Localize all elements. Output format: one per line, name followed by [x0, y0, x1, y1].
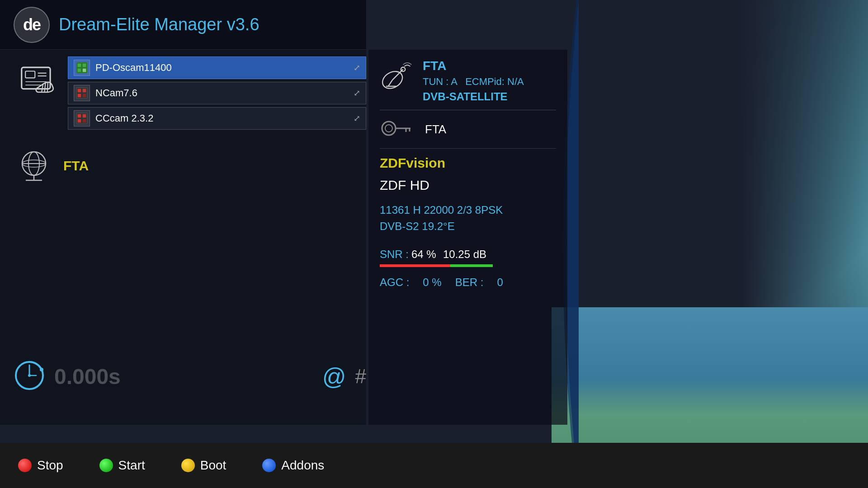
- snr-label: SNR :: [380, 248, 411, 261]
- ber-label: BER :: [455, 276, 484, 289]
- agc-value: 0 %: [423, 276, 441, 289]
- satellite-details: FTA TUN : A ECMPid: N/A DVB-SATELLITE: [423, 59, 556, 103]
- boot-button[interactable]: Boot: [181, 458, 226, 473]
- key-icon: [380, 117, 416, 141]
- start-button[interactable]: Start: [99, 458, 145, 473]
- header: de Dream-Elite Manager v3.6: [0, 0, 366, 50]
- signal-section: SNR : 64 % 10.25 dB: [380, 248, 556, 267]
- svg-rect-22: [83, 114, 86, 117]
- service-name-2: NCam7.6: [95, 87, 354, 99]
- satellite-info: FTA TUN : A ECMPid: N/A DVB-SATELLITE: [380, 59, 556, 110]
- svg-rect-10: [78, 64, 81, 67]
- logo-text: de: [23, 15, 40, 34]
- svg-rect-18: [83, 94, 86, 97]
- svg-rect-11: [78, 69, 81, 72]
- addons-button[interactable]: Addons: [262, 458, 324, 473]
- channel-group: ZDFvision: [380, 155, 556, 171]
- start-dot: [99, 459, 113, 472]
- key-section: FTA: [380, 117, 556, 149]
- agc-label: AGC :: [380, 276, 409, 289]
- service-icon-2: [74, 85, 90, 101]
- expand-icon-1: ⤢: [354, 63, 360, 73]
- globe-icon: [14, 148, 54, 184]
- timer-icon: [14, 360, 45, 393]
- tun-value: A: [451, 76, 457, 87]
- agc-ber-row: AGC : 0 % BER : 0: [380, 276, 556, 289]
- addons-label: Addons: [281, 458, 324, 473]
- timer-value: 0.000s: [54, 364, 121, 389]
- svg-rect-16: [78, 94, 81, 97]
- key-fta-label: FTA: [425, 122, 446, 136]
- svg-rect-15: [78, 89, 81, 92]
- tun-label: TUN :: [423, 76, 451, 87]
- svg-point-34: [40, 368, 43, 371]
- channel-name: ZDF HD: [380, 178, 556, 193]
- svg-rect-20: [78, 114, 81, 117]
- services-section: PD-Oscam11400 ⤢ NCam7.6 ⤢: [14, 56, 366, 130]
- svg-rect-23: [83, 119, 86, 122]
- svg-line-38: [388, 80, 392, 86]
- sat-tun: TUN : A ECMPid: N/A: [423, 76, 556, 88]
- snr-bar: [380, 264, 556, 267]
- ecmpid-value: N/A: [507, 76, 524, 87]
- at-symbol: @: [322, 363, 346, 390]
- freq-line2: DVB-S2 19.2°E: [380, 218, 556, 235]
- svg-rect-17: [83, 89, 86, 92]
- expand-icon-2: ⤢: [354, 88, 360, 98]
- channel-freq: 11361 H 22000 2/3 8PSK DVB-S2 19.2°E: [380, 202, 556, 235]
- bottom-bar: Stop Start Boot Addons: [0, 443, 868, 488]
- right-panel: FTA TUN : A ECMPid: N/A DVB-SATELLITE FT…: [368, 50, 567, 425]
- svg-rect-21: [78, 119, 81, 122]
- app-logo: de: [14, 7, 50, 43]
- expand-icon-3: ⤢: [354, 113, 360, 123]
- stop-dot: [18, 459, 32, 472]
- ber-value: 0: [497, 276, 503, 289]
- svg-rect-12: [83, 64, 86, 67]
- stop-label: Stop: [37, 458, 63, 473]
- svg-point-40: [382, 122, 396, 135]
- fta-main-label: FTA: [63, 158, 89, 174]
- service-item-3[interactable]: CCcam 2.3.2 ⤢: [68, 107, 366, 130]
- app-title: Dream-Elite Manager v3.6: [59, 15, 259, 34]
- ecmpid-label: ECMPid:: [465, 76, 507, 87]
- snr-bar-green: [450, 264, 493, 267]
- snr-row: SNR : 64 % 10.25 dB: [380, 248, 556, 261]
- service-icon-1: [74, 60, 90, 76]
- svg-point-41: [385, 125, 392, 132]
- svg-rect-13: [83, 69, 86, 72]
- stop-button[interactable]: Stop: [18, 458, 63, 473]
- service-name-1: PD-Oscam11400: [95, 62, 354, 74]
- snr-bar-red: [380, 264, 450, 267]
- svg-rect-1: [25, 71, 35, 78]
- snr-db: 10.25 dB: [443, 248, 486, 261]
- boot-label: Boot: [200, 458, 226, 473]
- hash-symbol: #: [355, 365, 366, 388]
- addons-dot: [262, 459, 276, 472]
- sat-fta-label: FTA: [423, 59, 556, 73]
- service-name-3: CCcam 2.3.2: [95, 113, 354, 124]
- boot-dot: [181, 459, 195, 472]
- service-item-2[interactable]: NCam7.6 ⤢: [68, 82, 366, 104]
- service-icon-3: [74, 110, 90, 127]
- fta-section: FTA: [14, 143, 366, 188]
- sat-type: DVB-SATELLITE: [423, 90, 556, 103]
- snr-percent: 64 %: [411, 248, 443, 261]
- server-icon: [14, 56, 68, 102]
- satellite-icon: [380, 59, 414, 94]
- start-label: Start: [118, 458, 145, 473]
- svg-line-7: [44, 83, 45, 92]
- svg-line-8: [47, 82, 48, 92]
- service-item-1[interactable]: PD-Oscam11400 ⤢: [68, 56, 366, 79]
- freq-line1: 11361 H 22000 2/3 8PSK: [380, 202, 556, 218]
- service-list: PD-Oscam11400 ⤢ NCam7.6 ⤢: [68, 56, 366, 130]
